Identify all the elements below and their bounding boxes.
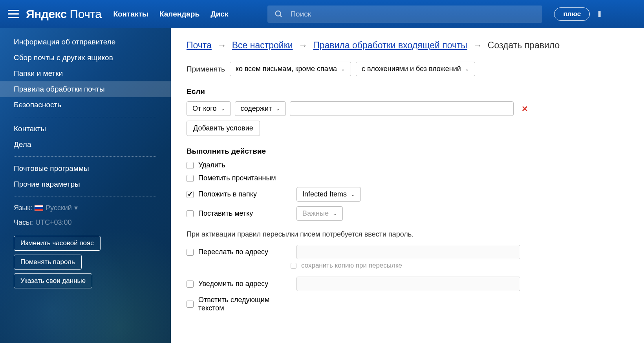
nav-contacts[interactable]: Контакты: [113, 10, 148, 18]
lang-value: Русский: [46, 204, 72, 212]
move-checkbox[interactable]: [187, 191, 194, 198]
notify-checkbox[interactable]: [187, 281, 194, 288]
chevron-down-icon: ⌄: [221, 106, 225, 112]
clock-info: Часы: UTC+03:00: [0, 215, 171, 230]
action-mark-read: Пометить прочитанным: [187, 174, 628, 182]
chevron-down-icon: ⌄: [333, 211, 337, 216]
sidebar-item-security[interactable]: Безопасность: [0, 97, 171, 113]
move-label: Положить в папку: [198, 190, 296, 198]
notify-label: Уведомить по адресу: [198, 280, 296, 288]
apply-label: Применять: [187, 65, 225, 73]
select-value: Важные: [302, 209, 329, 218]
notify-address-input[interactable]: [296, 277, 520, 291]
sidebar: Информация об отправителе Сбор почты с д…: [0, 28, 171, 343]
plus-button[interactable]: плюс: [554, 7, 590, 21]
sidebar-item-rules[interactable]: Правила обработки почты: [0, 81, 171, 97]
mark-read-checkbox[interactable]: [187, 175, 194, 182]
sidebar-item-sender-info[interactable]: Информация об отправителе: [0, 34, 171, 50]
select-value: с вложениями и без вложений: [362, 65, 461, 73]
forward-label: Переслать по адресу: [198, 248, 296, 256]
svg-line-1: [280, 15, 282, 17]
action-forward: Переслать по адресу: [187, 245, 628, 259]
search-input[interactable]: [290, 10, 535, 18]
change-timezone-button[interactable]: Изменить часовой пояс: [14, 236, 101, 251]
forward-note: При активации правил пересылки писем пот…: [187, 230, 628, 238]
logo-bold: Яндекс: [26, 7, 67, 20]
search-icon: [274, 10, 283, 18]
action-title: Выполнить действие: [187, 147, 628, 156]
divider: [14, 156, 157, 157]
apply-attachments-select[interactable]: с вложениями и без вложений⌄: [356, 62, 475, 76]
folder-select[interactable]: Infected Items⌄: [296, 187, 361, 202]
sidebar-item-other[interactable]: Прочие параметры: [0, 176, 171, 192]
breadcrumb-settings[interactable]: Все настройки: [232, 40, 293, 50]
search-box[interactable]: [267, 6, 542, 23]
select-value: Infected Items: [302, 190, 347, 198]
set-label-label: Поставить метку: [198, 209, 296, 218]
chevron-down-icon: ⌄: [465, 66, 469, 72]
forward-address-input[interactable]: [296, 245, 520, 259]
nav-links: Контакты Календарь Диск: [113, 10, 228, 18]
clock-label: Часы:: [14, 218, 33, 227]
sidebar-item-collect[interactable]: Сбор почты с других ящиков: [0, 50, 171, 66]
delete-checkbox[interactable]: [187, 162, 194, 169]
divider: [14, 117, 157, 117]
breadcrumb: Почта → Все настройки → Правила обработк…: [187, 40, 628, 51]
sidebar-item-folders[interactable]: Папки и метки: [0, 66, 171, 81]
chevron-down-icon: ⌄: [276, 106, 280, 112]
arrow-icon: →: [298, 40, 307, 50]
delete-label: Удалить: [198, 161, 296, 169]
sidebar-item-todo[interactable]: Дела: [0, 137, 171, 152]
forward-checkbox[interactable]: [187, 249, 194, 256]
chevron-down-icon: ⌄: [341, 66, 345, 72]
mark-read-label: Пометить прочитанным: [198, 174, 296, 182]
nav-disk[interactable]: Диск: [210, 10, 228, 18]
keep-copy-label: сохранить копию при пересылке: [301, 262, 402, 270]
keep-copy-row: сохранить копию при пересылке: [291, 262, 628, 270]
services-icon[interactable]: ⦀: [598, 9, 601, 19]
nav-calendar[interactable]: Календарь: [159, 10, 199, 18]
header: Яндекс Почта Контакты Календарь Диск плю…: [0, 0, 644, 28]
select-value: ко всем письмам, кроме спама: [236, 65, 337, 73]
action-reply: Ответить следующим текстом: [187, 296, 628, 312]
logo-thin: Почта: [70, 7, 102, 20]
label-checkbox[interactable]: [187, 210, 194, 217]
svg-point-0: [276, 11, 281, 16]
action-move: Положить в папку Infected Items⌄: [187, 187, 628, 202]
clock-value: UTC+03:00: [35, 218, 72, 227]
flag-icon: [35, 205, 43, 211]
sidebar-buttons: Изменить часовой пояс Поменять пароль Ук…: [0, 230, 171, 294]
chevron-down-icon: ▾: [74, 204, 78, 212]
action-label-row: Поставить метку Важные⌄: [187, 206, 628, 221]
if-title: Если: [187, 87, 628, 96]
select-value: содержит: [241, 105, 272, 113]
reply-label: Ответить следующим текстом: [198, 296, 296, 312]
set-personal-data-button[interactable]: Указать свои данные: [14, 273, 92, 288]
condition-field-select[interactable]: От кого⌄: [187, 101, 231, 116]
keep-copy-checkbox[interactable]: [291, 263, 296, 269]
logo[interactable]: Яндекс Почта: [26, 7, 101, 21]
action-notify: Уведомить по адресу: [187, 277, 628, 291]
action-delete: Удалить: [187, 161, 628, 169]
main-content: Почта → Все настройки → Правила обработк…: [171, 28, 644, 343]
menu-icon[interactable]: [8, 10, 19, 18]
sidebar-item-contacts[interactable]: Контакты: [0, 121, 171, 137]
divider: [14, 196, 157, 196]
delete-condition-icon[interactable]: ✕: [521, 104, 528, 114]
lang-label: Язык:: [14, 204, 32, 212]
condition-value-input[interactable]: [290, 101, 514, 116]
reply-checkbox[interactable]: [187, 301, 194, 308]
arrow-icon: →: [217, 40, 226, 50]
language-selector[interactable]: Язык: Русский ▾: [0, 200, 171, 215]
sidebar-item-mail-programs[interactable]: Почтовые программы: [0, 161, 171, 176]
select-value: От кого: [192, 105, 217, 113]
breadcrumb-rules[interactable]: Правила обработки входящей почты: [313, 40, 467, 50]
breadcrumb-mail[interactable]: Почта: [187, 40, 212, 50]
chevron-down-icon: ⌄: [351, 191, 355, 197]
condition-operator-select[interactable]: содержит⌄: [235, 101, 286, 116]
add-condition-button[interactable]: Добавить условие: [187, 121, 260, 136]
apply-scope-select[interactable]: ко всем письмам, кроме спама⌄: [230, 62, 351, 76]
breadcrumb-current: Создать правило: [488, 40, 560, 50]
change-password-button[interactable]: Поменять пароль: [14, 255, 82, 270]
label-select[interactable]: Важные⌄: [296, 206, 343, 221]
